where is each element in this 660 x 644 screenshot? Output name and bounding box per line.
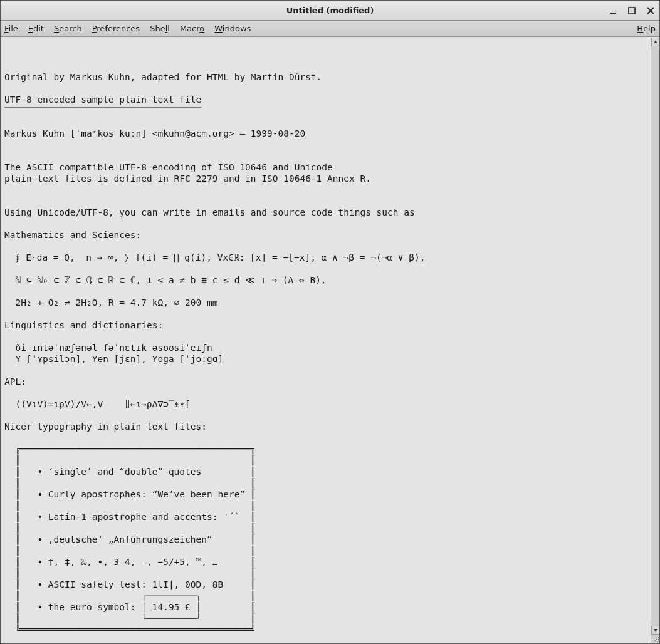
menu-help[interactable]: Help: [637, 24, 656, 33]
scroll-up-button[interactable]: [651, 38, 659, 46]
window-controls: [608, 1, 656, 21]
chevron-up-icon: [653, 39, 658, 44]
titlebar[interactable]: Untitled (modified): [1, 1, 659, 21]
menu-search[interactable]: Search: [54, 24, 82, 33]
minimize-icon: [609, 7, 617, 14]
maximize-button[interactable]: [627, 6, 637, 16]
chevron-down-icon: [653, 628, 658, 633]
scrollbar-track[interactable]: [651, 46, 659, 626]
svg-rect-0: [610, 13, 616, 14]
menu-file[interactable]: File: [4, 24, 18, 33]
window-title: Untitled (modified): [1, 6, 659, 15]
menu-shell[interactable]: Shell: [150, 24, 170, 33]
resize-grip[interactable]: [651, 635, 659, 643]
menu-edit[interactable]: Edit: [28, 24, 44, 33]
menu-macro[interactable]: Macro: [180, 24, 204, 33]
close-button[interactable]: [646, 6, 656, 16]
maximize-icon: [628, 7, 636, 14]
text-editor[interactable]: Original by Markus Kuhn, adapted for HTM…: [1, 38, 651, 643]
menu-preferences[interactable]: Preferences: [92, 24, 140, 33]
scroll-down-button[interactable]: [651, 626, 659, 635]
vertical-scrollbar[interactable]: [651, 38, 659, 643]
minimize-button[interactable]: [608, 6, 618, 16]
menubar: File Edit Search Preferences Shell Macro…: [1, 21, 659, 37]
editor-container: Original by Markus Kuhn, adapted for HTM…: [1, 37, 659, 643]
svg-rect-1: [629, 8, 635, 14]
menu-windows[interactable]: Windows: [214, 24, 251, 33]
close-icon: [647, 7, 654, 14]
resize-grip-icon: [652, 636, 659, 642]
application-window: Untitled (modified) File Edit Search Pre…: [0, 0, 660, 644]
